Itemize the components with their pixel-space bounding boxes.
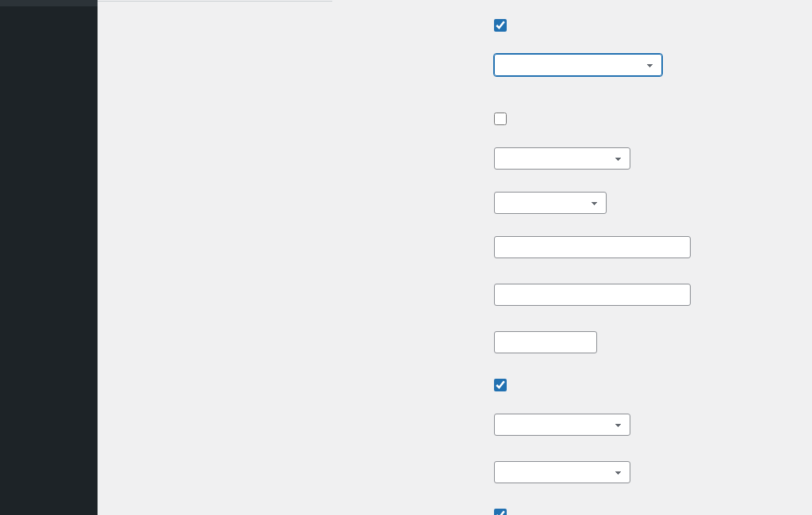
label-payment-success: [351, 461, 494, 464]
label-currency: [351, 147, 494, 151]
label-gateways: [351, 509, 494, 512]
select-payment-page[interactable]: [494, 414, 630, 436]
input-thousand-sep[interactable]: [494, 236, 691, 258]
label-subscription-page: [351, 54, 494, 57]
select-currency-position[interactable]: [494, 192, 607, 214]
label-currency-pos: [351, 192, 494, 195]
select-subscription-page[interactable]: [494, 54, 662, 76]
label-decimal-sep: [351, 284, 494, 287]
payment-settings-form: [332, 0, 812, 515]
user-frontend-submenu: [0, 0, 98, 6]
label-enable-payments: [351, 19, 494, 22]
desc-subscription-page: [494, 79, 793, 90]
checkbox-enable-payments[interactable]: [494, 19, 507, 32]
label-subscription-reg: [351, 113, 494, 116]
label-num-decimals: [351, 331, 494, 334]
input-decimal-sep[interactable]: [494, 284, 691, 306]
label-thousand-sep: [351, 236, 494, 239]
checkbox-subscription-reg[interactable]: [494, 113, 507, 125]
label-payment-page: [351, 414, 494, 417]
settings-nav: [98, 0, 332, 515]
select-payment-success[interactable]: [494, 461, 630, 483]
input-num-decimals[interactable]: [494, 331, 597, 353]
checkbox-gateway-paypal[interactable]: [494, 509, 507, 515]
label-sandbox: [351, 379, 494, 382]
select-currency[interactable]: [494, 147, 630, 170]
admin-sidebar: [0, 0, 98, 515]
checkbox-sandbox[interactable]: [494, 379, 507, 391]
